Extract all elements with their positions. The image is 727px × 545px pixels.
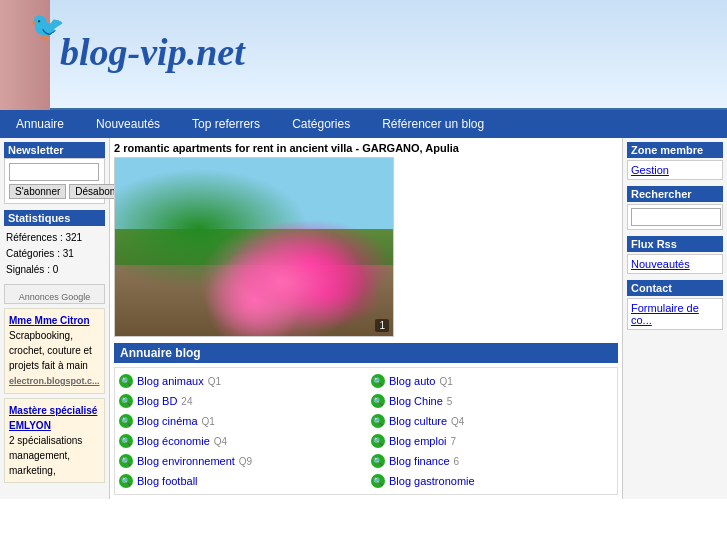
search-icon-economie: [119, 434, 133, 448]
blog-entry-1: Mme Mme Citron Scrapbooking, crochet, co…: [4, 308, 105, 394]
zone-membre-link[interactable]: Gestion: [631, 164, 669, 176]
annuaire-item-football: Blog football: [119, 472, 361, 490]
stat-categories: Catégories : 31: [6, 246, 103, 262]
search-icon-cinema: [119, 414, 133, 428]
annuaire-item-environnement: Blog environnement Q9: [119, 452, 361, 470]
annuaire-item-auto: Blog auto Q1: [371, 372, 613, 390]
search-icon-environnement: [119, 454, 133, 468]
header: 🐦 blog-vip.net: [0, 0, 727, 110]
annuaire-title: Annuaire blog: [114, 343, 618, 363]
stat-references-label: Références :: [6, 232, 63, 243]
stat-signales-label: Signalés :: [6, 264, 50, 275]
annuaire-item-finance: Blog finance 6: [371, 452, 613, 470]
left-sidebar: Newsletter S'abonner Désabonner Statisti…: [0, 138, 110, 499]
contact-content: Formulaire de co...: [627, 298, 723, 330]
newsletter-input[interactable]: [9, 163, 99, 181]
nav-nouveautes[interactable]: Nouveautés: [80, 110, 176, 138]
adsense-label: Annonces Google: [19, 292, 91, 302]
flux-rss-link[interactable]: Nouveautés: [631, 258, 690, 270]
newsletter-title: Newsletter: [4, 142, 105, 158]
contact-link[interactable]: Formulaire de co...: [631, 302, 699, 326]
blog-entry-2-link[interactable]: Mastère spécialisé EMLYON: [9, 405, 97, 431]
annuaire-item-culture: Blog culture Q4: [371, 412, 613, 430]
featured-caption: 2 romantic apartments for rent in ancien…: [114, 142, 618, 154]
annuaire-count-cinema: Q1: [202, 416, 215, 427]
newsletter-buttons: S'abonner Désabonner: [9, 184, 100, 199]
annuaire-link-emploi[interactable]: Blog emploi: [389, 435, 446, 447]
search-icon-animaux: [119, 374, 133, 388]
blog-entry-2: Mastère spécialisé EMLYON 2 spécialisati…: [4, 398, 105, 483]
featured-img-number: 1: [375, 319, 389, 332]
annuaire-count-chine: 5: [447, 396, 453, 407]
annuaire-count-bd: 24: [181, 396, 192, 407]
center-content: 2 romantic apartments for rent in ancien…: [110, 138, 622, 499]
annuaire-count-finance: 6: [454, 456, 460, 467]
annuaire-count-economie: Q4: [214, 436, 227, 447]
nav-categories[interactable]: Catégories: [276, 110, 366, 138]
blog-entry-1-url[interactable]: electron.blogspot.c...: [9, 376, 100, 386]
flux-rss-box: Flux Rss Nouveautés: [627, 236, 723, 274]
annuaire-link-culture[interactable]: Blog culture: [389, 415, 447, 427]
annuaire-link-finance[interactable]: Blog finance: [389, 455, 450, 467]
annuaire-count-auto: Q1: [439, 376, 452, 387]
annuaire-item-animaux: Blog animaux Q1: [119, 372, 361, 390]
search-icon-emploi: [371, 434, 385, 448]
annuaire-item-cinema: Blog cinéma Q1: [119, 412, 361, 430]
featured-block: 2 romantic apartments for rent in ancien…: [114, 142, 618, 337]
adsense-block: Annonces Google: [4, 284, 105, 304]
site-logo[interactable]: blog-vip.net: [60, 30, 245, 74]
search-icon-chine: [371, 394, 385, 408]
blog-entry-2-desc: 2 spécialisations management, marketing,: [9, 435, 82, 476]
annuaire-count-culture: Q4: [451, 416, 464, 427]
annuaire-count-animaux: Q1: [208, 376, 221, 387]
stats-box: Statistiques Références : 321 Catégories…: [4, 210, 105, 280]
stats-title: Statistiques: [4, 210, 105, 226]
search-icon-football: [119, 474, 133, 488]
rechercher-title: Rechercher: [627, 186, 723, 202]
zone-membre-title: Zone membre: [627, 142, 723, 158]
main-nav: Annuaire Nouveautés Top referrers Catégo…: [0, 110, 727, 138]
main-layout: Newsletter S'abonner Désabonner Statisti…: [0, 138, 727, 499]
newsletter-box: Newsletter S'abonner Désabonner: [4, 142, 105, 204]
stat-categories-label: Catégories :: [6, 248, 60, 259]
stat-signales-value: 0: [53, 264, 59, 275]
stat-signales: Signalés : 0: [6, 262, 103, 278]
annuaire-link-environnement[interactable]: Blog environnement: [137, 455, 235, 467]
annuaire-link-bd[interactable]: Blog BD: [137, 395, 177, 407]
search-icon-auto: [371, 374, 385, 388]
annuaire-link-cinema[interactable]: Blog cinéma: [137, 415, 198, 427]
featured-image[interactable]: 1: [114, 157, 394, 337]
zone-membre-box: Zone membre Gestion: [627, 142, 723, 180]
rechercher-box: Rechercher: [627, 186, 723, 230]
annuaire-count-environnement: Q9: [239, 456, 252, 467]
stat-references: Références : 321: [6, 230, 103, 246]
search-input[interactable]: [631, 208, 721, 226]
search-icon-bd: [119, 394, 133, 408]
annuaire-link-gastronomie[interactable]: Blog gastronomie: [389, 475, 475, 487]
annuaire-item-chine: Blog Chine 5: [371, 392, 613, 410]
annuaire-link-chine[interactable]: Blog Chine: [389, 395, 443, 407]
rechercher-content: [627, 204, 723, 230]
flux-rss-title: Flux Rss: [627, 236, 723, 252]
annuaire-count-emploi: 7: [450, 436, 456, 447]
blog-entry-1-link[interactable]: Mme Mme Citron: [9, 315, 90, 326]
subscribe-button[interactable]: S'abonner: [9, 184, 66, 199]
nav-referencer[interactable]: Référencer un blog: [366, 110, 500, 138]
stat-references-value: 321: [65, 232, 82, 243]
annuaire-item-emploi: Blog emploi 7: [371, 432, 613, 450]
annuaire-link-economie[interactable]: Blog économie: [137, 435, 210, 447]
annuaire-item-economie: Blog économie Q4: [119, 432, 361, 450]
nav-top-referrers[interactable]: Top referrers: [176, 110, 276, 138]
flux-rss-content: Nouveautés: [627, 254, 723, 274]
annuaire-link-football[interactable]: Blog football: [137, 475, 198, 487]
search-icon-culture: [371, 414, 385, 428]
contact-title: Contact: [627, 280, 723, 296]
annuaire-link-auto[interactable]: Blog auto: [389, 375, 435, 387]
zone-membre-content: Gestion: [627, 160, 723, 180]
annuaire-link-animaux[interactable]: Blog animaux: [137, 375, 204, 387]
search-icon-finance: [371, 454, 385, 468]
blog-entry-2-name: Mastère spécialisé EMLYON: [9, 405, 97, 431]
blog-entry-1-desc: Scrapbooking, crochet, couture et projet…: [9, 330, 92, 371]
nav-annuaire[interactable]: Annuaire: [0, 110, 80, 138]
newsletter-content: S'abonner Désabonner: [4, 158, 105, 204]
